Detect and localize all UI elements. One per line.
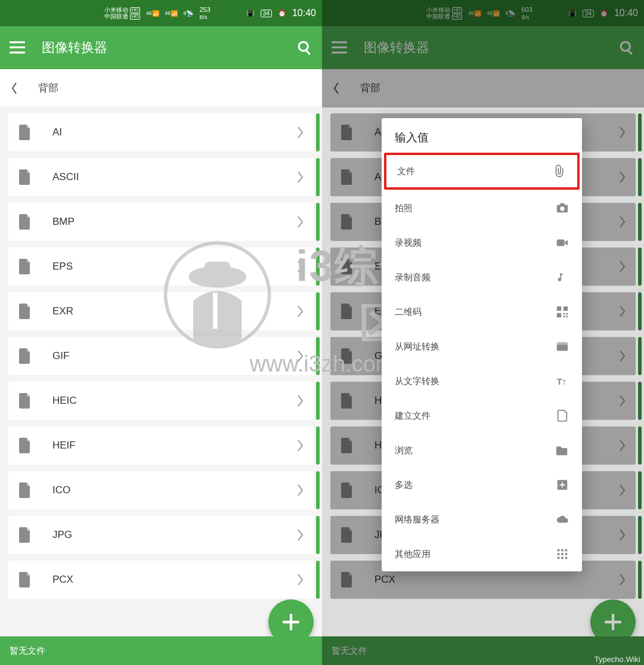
left-screenshot: 小米移动 HD 中国联通 HD 46📶 46📶 6📡 253B/s 📳 34 ⏰… <box>0 0 322 665</box>
file-icon <box>18 393 31 409</box>
format-label: AI <box>52 126 297 138</box>
chevron-right-icon <box>297 573 304 586</box>
dialog-item-label: 拍照 <box>395 203 547 214</box>
format-label: PCX <box>52 574 297 586</box>
plus-icon <box>281 613 301 632</box>
dialog-item-attach[interactable]: 文件 <box>384 153 580 190</box>
attach-icon <box>553 165 566 178</box>
breadcrumb[interactable]: 背部 <box>0 69 322 107</box>
file-icon <box>18 572 31 587</box>
bottom-status: 暂无文件 <box>10 645 45 657</box>
footer-credit: Typecho.Wiki <box>595 655 640 664</box>
dialog-item-label: 建立文件 <box>395 410 547 422</box>
chevron-right-icon <box>297 439 304 452</box>
dialog-item-label: 多选 <box>395 480 547 491</box>
format-row-bmp[interactable]: BMP <box>8 203 314 241</box>
back-icon[interactable] <box>11 82 18 95</box>
dialog-item-camera[interactable]: 拍照 <box>382 191 582 225</box>
app-header: 图像转换器 <box>0 26 322 69</box>
format-row-eps[interactable]: EPS <box>8 248 314 286</box>
format-label: ICO <box>52 484 297 496</box>
chevron-right-icon <box>297 394 304 407</box>
breadcrumb-label: 背部 <box>38 81 58 95</box>
format-row-heif[interactable]: HEIF <box>8 426 314 465</box>
format-row-heic[interactable]: HEIC <box>8 382 314 420</box>
format-row-ai[interactable]: AI <box>8 113 314 151</box>
file-icon <box>18 169 31 185</box>
dialog-item-label: 从网址转换 <box>395 341 547 352</box>
format-label: JPG <box>52 529 297 541</box>
format-row-ico[interactable]: ICO <box>8 471 314 509</box>
vibrate-icon: 📳 <box>246 10 255 17</box>
cloud-icon <box>556 513 569 526</box>
dialog-item-label: 录视频 <box>395 237 547 249</box>
format-row-pcx[interactable]: PCX <box>8 561 314 599</box>
dialog-item-addbox[interactable]: 多选 <box>382 468 582 502</box>
chevron-right-icon <box>297 171 304 184</box>
right-screenshot: 小米移动 HD 中国联通 HD 46📶 46📶 6📡 603B/s 📳 34 ⏰… <box>322 0 644 665</box>
chevron-right-icon <box>297 349 304 363</box>
format-label: ASCII <box>52 171 297 183</box>
file-icon <box>18 348 31 364</box>
dialog-item-qr[interactable]: 二维码 <box>382 295 582 329</box>
format-row-ascii[interactable]: ASCII <box>8 158 314 196</box>
text-icon <box>556 375 569 388</box>
chevron-right-icon <box>297 305 304 318</box>
format-row-gif[interactable]: GIF <box>8 337 314 375</box>
dialog-item-label: 文件 <box>397 166 545 177</box>
alarm-icon: ⏰ <box>278 10 286 17</box>
file-icon <box>18 125 31 140</box>
format-list: AI ASCII BMP EPS EXR GIF HEIC <box>0 107 322 647</box>
format-label: HEIC <box>52 395 297 407</box>
app-title: 图像转换器 <box>42 39 280 57</box>
dialog-item-folder[interactable]: 浏览 <box>382 433 582 468</box>
dialog-item-label: 其他应用 <box>395 549 547 560</box>
chevron-right-icon <box>297 484 304 497</box>
dialog-item-text[interactable]: 从文字转换 <box>382 364 582 398</box>
status-bar: 小米移动 HD 中国联通 HD 46📶 46📶 6📡 253B/s 📳 34 ⏰… <box>0 0 322 26</box>
qr-icon <box>556 305 569 318</box>
file-icon <box>18 482 31 498</box>
dialog-item-web[interactable]: 从网址转换 <box>382 329 582 364</box>
dialog-item-music[interactable]: 录制音频 <box>382 260 582 295</box>
dialog-item-label: 网络服务器 <box>395 514 547 525</box>
file-icon <box>18 304 31 319</box>
dialog-item-video[interactable]: 录视频 <box>382 225 582 260</box>
format-label: GIF <box>52 350 297 362</box>
newfile-icon <box>556 409 569 422</box>
format-row-jpg[interactable]: JPG <box>8 516 314 554</box>
dialog-title: 输入值 <box>382 118 582 153</box>
dialog-item-label: 二维码 <box>395 307 547 318</box>
video-icon <box>556 236 569 249</box>
folder-icon <box>556 444 569 457</box>
format-label: BMP <box>52 216 297 228</box>
apps-icon <box>556 548 569 561</box>
chevron-right-icon <box>297 215 304 228</box>
search-icon[interactable] <box>297 40 312 55</box>
format-label: HEIF <box>52 440 297 451</box>
web-icon <box>556 340 569 353</box>
dialog-item-label: 录制音频 <box>395 272 547 283</box>
dialog-item-newfile[interactable]: 建立文件 <box>382 398 582 433</box>
dialog-item-cloud[interactable]: 网络服务器 <box>382 502 582 537</box>
music-icon <box>556 271 569 284</box>
addbox-icon <box>556 478 569 491</box>
file-icon <box>18 527 31 543</box>
dialog-item-label: 浏览 <box>395 445 547 456</box>
bottom-bar: 暂无文件 <box>0 636 322 665</box>
chevron-right-icon <box>297 126 304 139</box>
file-icon <box>18 438 31 453</box>
input-dialog: 输入值 文件 拍照 录视频 录制音频 二维码 从网址转换 从文字转换 建立文件 <box>382 118 582 571</box>
clock: 10:40 <box>292 8 316 18</box>
chevron-right-icon <box>297 528 304 542</box>
chevron-right-icon <box>297 260 304 273</box>
menu-icon[interactable] <box>10 40 25 55</box>
file-icon <box>18 259 31 274</box>
format-label: EPS <box>52 261 297 273</box>
format-label: EXR <box>52 305 297 317</box>
file-icon <box>18 214 31 230</box>
format-row-exr[interactable]: EXR <box>8 292 314 330</box>
dialog-item-apps[interactable]: 其他应用 <box>382 537 582 571</box>
camera-icon <box>556 202 569 215</box>
dialog-item-label: 从文字转换 <box>395 376 547 387</box>
